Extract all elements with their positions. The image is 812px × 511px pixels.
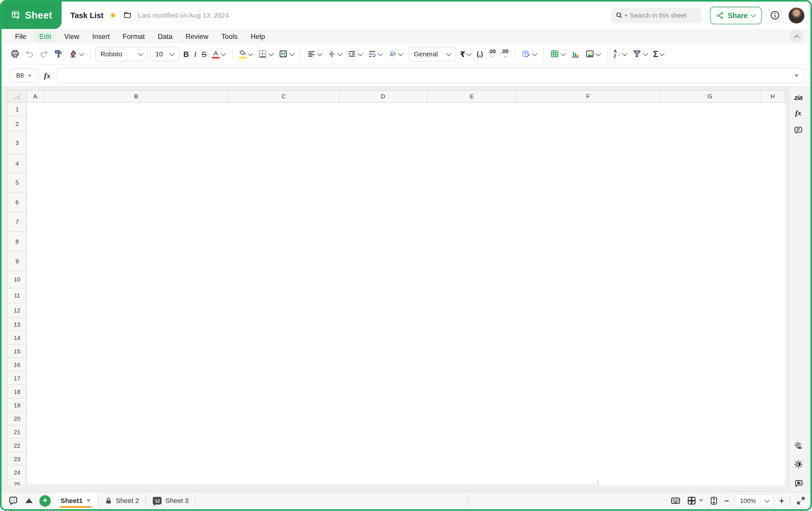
row-header-1[interactable]: 1 <box>7 102 27 116</box>
insert-chart-button[interactable] <box>569 46 582 61</box>
column-header-G[interactable]: G <box>660 90 760 102</box>
row-header-15[interactable]: 15 <box>7 345 27 358</box>
formula-input[interactable] <box>56 68 804 83</box>
increase-decimal-button[interactable]: .00→ <box>499 46 510 61</box>
user-avatar[interactable] <box>788 7 805 24</box>
search-box[interactable] <box>611 8 702 23</box>
row-header-18[interactable]: 18 <box>7 385 27 398</box>
merge-cells-button[interactable] <box>277 46 296 61</box>
row-header-5[interactable]: 5 <box>7 173 27 192</box>
horizontal-align-button[interactable] <box>306 46 324 61</box>
row-header-16[interactable]: 16 <box>7 358 27 371</box>
number-format-select[interactable]: General <box>409 46 456 61</box>
tab-sheet1[interactable]: Sheet1 <box>54 492 97 509</box>
row-header-4[interactable]: 4 <box>7 154 27 173</box>
insert-image-button[interactable] <box>584 46 602 61</box>
row-header-3[interactable]: 3 <box>7 131 27 154</box>
filter-button[interactable] <box>631 46 649 61</box>
menu-data[interactable]: Data <box>152 31 178 42</box>
app-logo[interactable]: Sheet <box>2 2 62 29</box>
sort-button[interactable]: AZ ↓ <box>612 46 629 61</box>
tab-sheet2[interactable]: Sheet 2 <box>98 492 146 509</box>
column-header-E[interactable]: E <box>427 90 517 102</box>
row-header-6[interactable]: 6 <box>7 192 27 212</box>
italic-button[interactable]: I <box>193 46 198 61</box>
row-header-8[interactable]: 8 <box>7 232 27 251</box>
row-header-2[interactable]: 2 <box>7 116 27 131</box>
decrease-decimal-button[interactable]: .00← <box>487 46 497 61</box>
vertical-align-button[interactable] <box>326 46 344 61</box>
zoom-out-button[interactable]: − <box>724 497 729 505</box>
comma-style-button[interactable]: (,) <box>475 46 485 61</box>
redo-button[interactable] <box>38 46 50 61</box>
currency-format-button[interactable]: ₹ <box>458 46 473 61</box>
fullscreen-icon[interactable] <box>796 496 806 506</box>
menu-view[interactable]: View <box>59 31 85 42</box>
info-icon[interactable] <box>770 10 780 21</box>
print-button[interactable] <box>9 46 21 61</box>
column-header-B[interactable]: B <box>44 90 229 102</box>
share-button[interactable]: Share <box>710 6 762 24</box>
menu-file[interactable]: File <box>9 31 32 42</box>
font-family-select[interactable]: Roboto <box>95 46 148 61</box>
appearance-theme-icon[interactable] <box>793 459 804 469</box>
zia-assistant-icon[interactable]: zia <box>794 94 802 101</box>
column-header-A[interactable]: A <box>27 90 44 102</box>
row-header-7[interactable]: 7 <box>7 212 27 232</box>
eraser-button[interactable] <box>67 46 85 61</box>
row-header-21[interactable]: 21 <box>7 425 27 439</box>
add-sheet-button[interactable]: + <box>39 495 51 506</box>
chat-bubble-icon[interactable] <box>8 495 19 506</box>
column-header-C[interactable]: C <box>229 90 339 102</box>
row-header-13[interactable]: 13 <box>7 318 27 331</box>
row-header-12[interactable]: 12 <box>7 303 27 318</box>
keyboard-shortcuts-icon[interactable] <box>670 495 681 506</box>
zoom-in-button[interactable]: + <box>779 497 784 505</box>
folder-icon[interactable] <box>123 11 132 20</box>
sheet1-menu-icon[interactable] <box>86 500 91 502</box>
comments-panel-icon[interactable] <box>793 125 803 135</box>
font-color-button[interactable]: A <box>210 46 227 61</box>
select-all-corner[interactable] <box>7 90 27 102</box>
menu-help[interactable]: Help <box>245 31 271 42</box>
format-painter-button[interactable] <box>52 46 65 61</box>
menu-review[interactable]: Review <box>180 31 214 42</box>
insert-table-button[interactable] <box>549 46 567 61</box>
favorite-star-icon[interactable]: ★ <box>109 11 117 20</box>
indent-button[interactable] <box>346 46 364 61</box>
formula-bar-expand-icon[interactable] <box>794 74 799 77</box>
menu-edit[interactable]: Edit <box>34 31 57 42</box>
sheet-list-icon[interactable] <box>25 498 32 503</box>
column-header-D[interactable]: D <box>339 90 427 102</box>
cell-name-box[interactable]: B8 <box>9 68 39 83</box>
borders-button[interactable] <box>256 46 275 61</box>
menu-tools[interactable]: Tools <box>215 31 243 42</box>
row-header-10[interactable]: 10 <box>7 271 27 288</box>
conditional-format-button[interactable] <box>520 46 539 61</box>
row-header-25[interactable]: 25 <box>7 479 27 485</box>
wrap-text-button[interactable] <box>366 46 384 61</box>
grid-canvas[interactable] <box>27 102 785 485</box>
feedback-icon[interactable] <box>793 477 804 487</box>
row-header-17[interactable]: 17 <box>7 371 27 385</box>
undo-button[interactable] <box>23 46 36 61</box>
view-settings-icon[interactable] <box>793 441 804 451</box>
collapse-toolbar-button[interactable] <box>790 30 803 43</box>
row-header-23[interactable]: 23 <box>7 452 27 465</box>
strikethrough-button[interactable]: S <box>200 46 208 61</box>
freeze-panes-button[interactable] <box>687 496 703 506</box>
row-header-11[interactable]: 11 <box>7 288 27 303</box>
row-header-14[interactable]: 14 <box>7 331 27 345</box>
row-header-9[interactable]: 9 <box>7 251 27 271</box>
search-options-dropdown-icon[interactable] <box>625 14 628 17</box>
document-title[interactable]: Task List <box>70 11 104 20</box>
bold-button[interactable]: B <box>182 46 191 61</box>
sum-button[interactable]: Σ <box>651 46 666 61</box>
font-size-select[interactable]: 10 <box>150 46 180 61</box>
row-header-19[interactable]: 19 <box>7 398 27 412</box>
row-header-24[interactable]: 24 <box>7 466 27 479</box>
column-header-H[interactable]: H <box>761 90 785 102</box>
menu-format[interactable]: Format <box>117 31 150 42</box>
row-header-22[interactable]: 22 <box>7 439 27 452</box>
fit-to-screen-icon[interactable] <box>709 496 719 506</box>
